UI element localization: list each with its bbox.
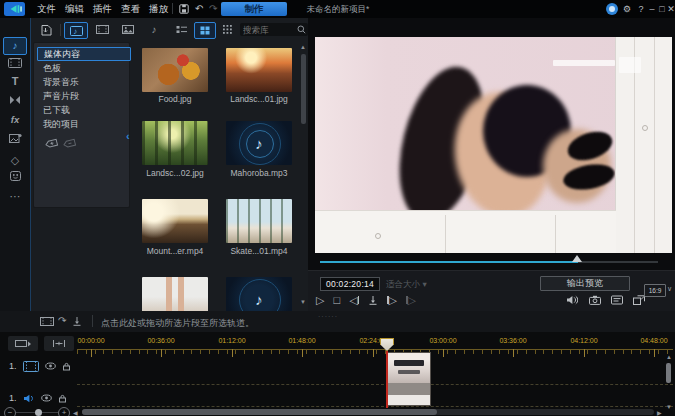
snapshot-camera-icon[interactable] [589,295,601,305]
library-search-field[interactable] [240,23,308,36]
hint-separator [92,315,93,327]
timeline-zoom-in-icon[interactable]: + [58,407,70,416]
media-thumb-landscape01[interactable] [226,48,292,92]
track-visibility-eye-icon[interactable] [45,362,56,370]
track-manager-button[interactable] [8,336,38,351]
media-room-icon[interactable]: ♪ [3,37,27,55]
menu-plugin[interactable]: 插件 [93,3,112,16]
aspect-ratio-badge[interactable]: 16:9 [644,284,666,297]
menu-edit[interactable]: 编辑 [65,3,84,16]
menu-play[interactable]: 播放 [149,3,168,16]
media-name: Mahoroba.mp3 [220,168,298,178]
insert-clip-icon[interactable] [40,317,54,326]
project-clips-icon[interactable] [0,58,30,68]
next-frame-button[interactable]: ▷ [387,294,397,307]
ruler-label: 03:00:00 [429,337,456,344]
zoom-slider-handle[interactable] [35,409,42,416]
tab-audio[interactable]: ♪ [143,22,165,37]
media-thumb-skate[interactable] [226,199,292,243]
timeline-hscrollbar-thumb[interactable] [82,409,437,415]
media-scroll-down-icon[interactable]: ▼ [300,299,306,305]
collapse-categories-icon[interactable]: ‹ [126,130,130,142]
category-my-projects[interactable]: 我的项目 [37,118,129,130]
play-button[interactable]: ▷ [316,294,324,307]
tab-videos[interactable] [91,22,113,37]
previous-frame-button[interactable]: ◁ [349,294,359,307]
timeline-scroll-left-icon[interactable]: ◀ [73,410,78,416]
timeline-clip[interactable] [387,352,431,406]
tab-media-content[interactable]: ♪ [64,22,88,39]
hint-bar: ↷ 点击此处或拖动所选片段至所选轨道。 ······ [0,311,675,332]
stop-button[interactable]: □ [333,294,340,306]
titlebar-separator [172,3,173,14]
more-rooms-icon[interactable]: ⋯ [0,190,30,203]
help-icon[interactable]: ? [636,3,646,15]
title-room-icon[interactable]: T [0,75,30,87]
redo-icon: ↷ [209,3,217,14]
volume-icon[interactable] [566,295,578,305]
snap-toggle-button[interactable] [44,336,74,351]
seek-marker-button[interactable] [368,295,378,305]
category-media-content[interactable]: 媒体内容 [37,47,131,61]
account-icon[interactable] [606,3,618,15]
media-thumb-food[interactable] [142,48,208,92]
undo-icon[interactable]: ↶ [195,3,203,14]
media-thumb-partial-audio[interactable]: ♪ [226,277,292,311]
zoom-mode-dropdown[interactable]: 适合大小 ▾ [386,279,427,291]
category-sound-clips[interactable]: 声音片段 [37,90,129,102]
overwrite-icon[interactable] [72,316,82,326]
seek-bar-handle[interactable] [572,255,582,262]
media-thumb-mountain[interactable] [142,199,208,243]
save-icon[interactable] [179,4,189,14]
media-thumb-partial-video[interactable] [142,277,208,311]
track-lock-icon[interactable] [62,362,71,371]
panel-resize-handle[interactable]: ······ [318,313,338,320]
produce-button[interactable]: 制作 [221,2,287,16]
overlay-room-icon[interactable] [0,133,30,143]
timecode-display[interactable]: 00:02:20:14 [320,277,380,291]
media-thumb-landscape02[interactable] [142,121,208,165]
info-board-icon[interactable] [611,295,623,305]
media-scrollbar[interactable] [301,54,306,124]
clip-label [388,395,430,405]
grid-view-button[interactable] [194,22,216,39]
sticker-room-icon[interactable] [0,171,30,181]
search-input[interactable] [240,25,297,35]
library-menu-icon[interactable] [219,22,235,37]
timeline-zoom-out-icon[interactable]: − [4,407,16,416]
minimize-button[interactable]: – [647,3,657,15]
menu-view[interactable]: 查看 [121,3,140,16]
track-number: 1. [9,393,17,403]
media-scroll-up-icon[interactable]: ▲ [300,44,306,50]
track-separator [77,384,673,385]
media-thumb-mahoroba[interactable]: ♪ [226,121,292,165]
produce-preview-button[interactable]: 输出预览 [540,276,630,291]
track-lock-icon[interactable] [58,394,67,403]
preview-video-frame[interactable] [315,37,672,253]
timeline-scroll-up-icon[interactable]: ▲ [666,354,672,360]
import-media-button[interactable] [36,22,56,37]
track-visibility-eye-icon[interactable] [41,394,52,402]
particle-room-icon[interactable]: ◇ [0,154,30,167]
category-downloaded[interactable]: 已下载 [37,104,129,116]
timeline-vscrollbar[interactable] [666,363,671,383]
add-tag-icon[interactable] [44,138,59,150]
effect-room-icon[interactable]: fx [0,114,30,125]
category-bgm[interactable]: 背景音乐 [37,76,129,88]
menu-file[interactable]: 文件 [37,3,56,16]
tab-photos[interactable] [117,22,139,37]
timeline-scroll-right-icon[interactable]: ▶ [657,410,662,416]
transition-room-icon[interactable] [0,95,30,105]
crossfade-icon[interactable]: ↷ [58,315,66,326]
remove-tag-icon[interactable] [62,138,77,150]
category-panel: 媒体内容 色板 背景音乐 声音片段 已下载 我的项目 [33,42,130,208]
audio-track-header: 1. [0,392,67,404]
close-button[interactable]: ✕ [666,3,675,15]
project-title: 未命名的新项目* [283,4,393,16]
timeline-scroll-down-icon[interactable]: ▼ [666,404,672,410]
aspect-dropdown-icon[interactable]: ∨ [667,285,672,293]
video-track-header: 1. [0,360,71,372]
list-view-button[interactable] [171,22,191,37]
settings-gear-icon[interactable]: ⚙ [622,3,632,15]
category-color-boards[interactable]: 色板 [37,62,129,74]
